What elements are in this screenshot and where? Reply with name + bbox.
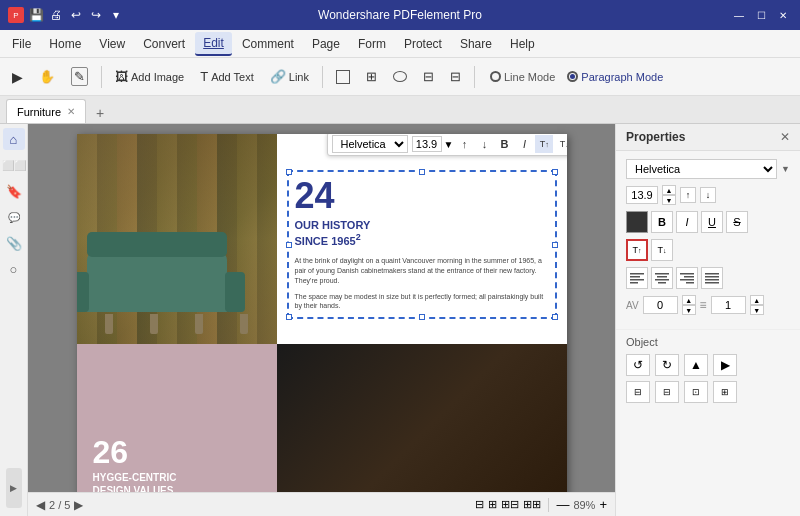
font-family-select[interactable]: Helvetica [332, 135, 408, 153]
select-tool-button[interactable]: ▶ [6, 66, 29, 88]
rotate-cw-button[interactable]: ↻ [655, 354, 679, 376]
font-size-up-button[interactable]: ▲ [662, 185, 676, 195]
prev-page-button[interactable]: ◀ [36, 498, 45, 512]
menu-protect[interactable]: Protect [396, 33, 450, 55]
object-section-title: Object [626, 336, 790, 348]
print-icon[interactable]: 🖨 [48, 7, 64, 23]
sidebar-comment-tool[interactable]: 💬 [3, 206, 25, 228]
table-tool-button[interactable]: ⊟ [417, 66, 440, 87]
hand-tool-button[interactable]: ✋ [33, 66, 61, 87]
redo-icon[interactable]: ↪ [88, 7, 104, 23]
close-button[interactable]: ✕ [774, 6, 792, 24]
save-icon[interactable]: 💾 [28, 7, 44, 23]
align-left-button[interactable] [626, 267, 648, 289]
panel-font-size-input[interactable] [626, 186, 658, 204]
line-spacing-up[interactable]: ▲ [750, 295, 764, 305]
menu-share[interactable]: Share [452, 33, 500, 55]
next-page-button[interactable]: ▶ [74, 498, 83, 512]
edit-tool-button[interactable]: ✎ [65, 64, 94, 89]
flip-v-button[interactable]: ▲ [684, 354, 708, 376]
menu-convert[interactable]: Convert [135, 33, 193, 55]
menu-page[interactable]: Page [304, 33, 348, 55]
replace-obj-button[interactable]: ⊞ [713, 381, 737, 403]
rect-tool-button[interactable] [330, 67, 356, 87]
format-row: B I U S [626, 211, 790, 233]
text-down-panel-button[interactable]: ↓ [700, 187, 716, 203]
panel-close-button[interactable]: ✕ [780, 130, 790, 144]
undo-icon[interactable]: ↩ [68, 7, 84, 23]
panel-italic-button[interactable]: I [676, 211, 698, 233]
line-spacing-down[interactable]: ▼ [750, 305, 764, 315]
italic-button[interactable]: I [515, 135, 533, 153]
add-tab-button[interactable]: + [90, 103, 110, 123]
flip-h-button[interactable]: ▶ [713, 354, 737, 376]
minimize-button[interactable]: — [730, 6, 748, 24]
zoom-decrease-button[interactable]: — [556, 497, 569, 512]
line-spacing-input[interactable] [711, 296, 746, 314]
rotate-ccw-button[interactable]: ↺ [626, 354, 650, 376]
body-text-1[interactable]: At the brink of daylight on a quaint Van… [295, 256, 549, 285]
sidebar-clip-tool[interactable]: 📎 [3, 232, 25, 254]
char-spacing-down[interactable]: ▼ [682, 305, 696, 315]
oval-tool-button[interactable] [387, 68, 413, 85]
zoom-increase-button[interactable]: + [599, 497, 607, 512]
tab-close-button[interactable]: ✕ [67, 106, 75, 117]
paragraph-mode-radio[interactable] [567, 71, 578, 82]
sidebar-search-tool[interactable]: ○ [3, 258, 25, 280]
maximize-button[interactable]: ☐ [752, 6, 770, 24]
align-right-button[interactable] [676, 267, 698, 289]
text-up-size-button[interactable]: ↑ [455, 135, 473, 153]
header-tool-button[interactable]: ⊟ [444, 66, 467, 87]
line-mode-label[interactable]: Line Mode [504, 71, 555, 83]
align-obj-left-button[interactable]: ⊟ [626, 381, 650, 403]
menu-form[interactable]: Form [350, 33, 394, 55]
view-thumb-icon[interactable]: ⊞⊟ [501, 498, 519, 511]
panel-strike-button[interactable]: S [726, 211, 748, 233]
menu-view[interactable]: View [91, 33, 133, 55]
view-single-icon[interactable]: ⊟ [475, 498, 484, 511]
line-mode-radio[interactable] [490, 71, 501, 82]
text-down-size-button[interactable]: ↓ [475, 135, 493, 153]
crop-obj-button[interactable]: ⊡ [684, 381, 708, 403]
char-spacing-up[interactable]: ▲ [682, 295, 696, 305]
char-spacing-input[interactable] [643, 296, 678, 314]
crop-tool-button[interactable]: ⊞ [360, 66, 383, 87]
align-center-button[interactable] [651, 267, 673, 289]
panel-color-box[interactable] [626, 211, 648, 233]
paragraph-mode-label[interactable]: Paragraph Mode [581, 71, 663, 83]
sidebar-bookmark-tool[interactable]: 🔖 [3, 180, 25, 202]
page-sofa-image [77, 134, 277, 344]
panel-subscript-button[interactable]: T↓ [651, 239, 673, 261]
size-down-icon[interactable]: ▼ [444, 139, 454, 150]
text-up-panel-button[interactable]: ↑ [680, 187, 696, 203]
panel-bold-button[interactable]: B [651, 211, 673, 233]
bold-button[interactable]: B [495, 135, 513, 153]
panel-superscript-button[interactable]: T↑ [626, 239, 648, 261]
align-justify-button[interactable] [701, 267, 723, 289]
sidebar-thumb-tool[interactable]: ⬜⬜ [3, 154, 25, 176]
sidebar-expand-button[interactable]: ▶ [6, 468, 22, 508]
superscript-float-button[interactable]: T↑ [535, 135, 553, 153]
align-obj-bottom-button[interactable]: ⊟ [655, 381, 679, 403]
sidebar-home-tool[interactable]: ⌂ [3, 128, 25, 150]
quick-access-icon[interactable]: ▾ [108, 7, 124, 23]
font-size-input[interactable] [412, 136, 442, 152]
menu-help[interactable]: Help [502, 33, 543, 55]
menu-home[interactable]: Home [41, 33, 89, 55]
link-button[interactable]: 🔗 Link [264, 66, 315, 87]
font-size-down-button[interactable]: ▼ [662, 195, 676, 205]
menu-file[interactable]: File [4, 33, 39, 55]
document-tab[interactable]: Furniture ✕ [6, 99, 86, 123]
add-image-button[interactable]: 🖼 Add Image [109, 66, 190, 87]
view-grid-icon[interactable]: ⊞⊞ [523, 498, 541, 511]
panel-font-select[interactable]: Helvetica [626, 159, 777, 179]
subscript-float-button[interactable]: T↓ [555, 135, 566, 153]
view-double-icon[interactable]: ⊞ [488, 498, 497, 511]
menu-comment[interactable]: Comment [234, 33, 302, 55]
menu-edit[interactable]: Edit [195, 32, 232, 56]
window-controls[interactable]: — ☐ ✕ [730, 6, 792, 24]
text-box-selected[interactable]: 24 OUR HISTORY SINCE 19652 At the brink … [287, 170, 557, 319]
add-text-button[interactable]: T Add Text [194, 66, 260, 87]
panel-underline-button[interactable]: U [701, 211, 723, 233]
body-text-2[interactable]: The space may be modest in size but it i… [295, 292, 549, 312]
